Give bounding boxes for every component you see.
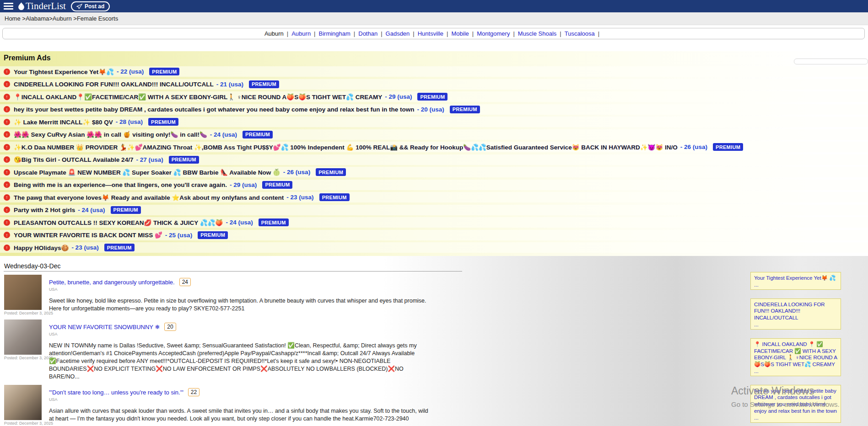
- premium-ad-row[interactable]: ↑ YOUR WINTER FAVORITE IS BACK DONT MISS…: [0, 230, 868, 240]
- premium-ad-title[interactable]: ✨ Lake Merritt INCALL✨ $80 QV: [14, 118, 113, 126]
- city-link-item: Mobile|: [451, 30, 477, 37]
- premium-ads-section: Premium Ads ↑ Your Tightest Experience Y…: [0, 51, 868, 257]
- listing-photo[interactable]: [4, 320, 42, 355]
- listings-list: Posted: December 3, 2025 Petite, brunett…: [4, 275, 431, 426]
- premium-ad-row[interactable]: ↑ ✨K.O Daa NUMBER 👑 PROVIDER 💃✨💕AMAZING …: [0, 142, 868, 152]
- sidebar-ad-title[interactable]: Your Tightest Experience Yet🦊 💦: [754, 275, 837, 282]
- sidebar-ad-title[interactable]: hey its your best wettes petite baby DRE…: [754, 388, 837, 415]
- premium-badge: PREMIUM: [243, 131, 273, 138]
- premium-ad-title[interactable]: Being with me is an experience—one that …: [14, 181, 227, 188]
- premium-ad-row[interactable]: ↑ Happy HOlidays🍪 - 23 (usa) PREMIUM: [0, 242, 868, 253]
- city-link-item: Montgomery|: [477, 30, 518, 37]
- city-link-item: Auburn|: [291, 30, 318, 37]
- premium-ad-title[interactable]: Your Tightest Experience Yet🦊💦: [14, 68, 114, 75]
- premium-ads-header: Premium Ads: [0, 54, 868, 62]
- city-separator: |: [598, 30, 599, 37]
- premium-ad-title[interactable]: PLEASANTON OUTCALLS !! SEXY KOREAN💋 THIC…: [14, 219, 223, 226]
- premium-ad-title[interactable]: CINDERELLA LOOKING FOR FUN!!! OAKLAND!!!…: [14, 81, 214, 88]
- premium-ad-row[interactable]: ↑ PLEASANTON OUTCALLS !! SEXY KOREAN💋 TH…: [0, 217, 868, 228]
- city-link[interactable]: Gadsden: [386, 30, 410, 37]
- up-arrow-icon: ↑: [4, 106, 10, 112]
- city-separator: |: [381, 30, 382, 37]
- premium-ad-age-meta: - 23 (usa): [71, 244, 98, 251]
- city-link-item: Muscle Shoals|: [518, 30, 565, 37]
- premium-ad-title[interactable]: 🌺🌺 Sexy CuRvy Asian 🌺🌺 in call 🍯 visitin…: [14, 131, 207, 138]
- sidebar-ad-box[interactable]: 📍 INCALL OAKLAND 📍 ✅ FACETIME/CAR ✅ WITH…: [750, 338, 841, 376]
- city-link[interactable]: Auburn: [291, 30, 311, 37]
- city-link[interactable]: Montgomery: [477, 30, 510, 37]
- city-link[interactable]: Tuscaloosa: [565, 30, 595, 37]
- premium-ad-title[interactable]: 📍INCALL OAKLAND📍✅FACETIME/CAR✅ WITH A SE…: [14, 93, 382, 101]
- city-link-item: Tuscaloosa|: [565, 30, 603, 37]
- sidebar-ad-boxes: Your Tightest Experience Yet🦊 💦 ... CIND…: [750, 272, 841, 426]
- premium-badge: PREMIUM: [198, 231, 228, 239]
- breadcrumb[interactable]: Home >Alabama>Auburn >Female Escorts: [5, 15, 118, 22]
- premium-ad-title[interactable]: ✨K.O Daa NUMBER 👑 PROVIDER 💃✨💕AMAZING Th…: [14, 144, 678, 151]
- city-link-item: Birmingham|: [319, 30, 359, 37]
- up-arrow-icon: ↑: [4, 181, 10, 188]
- premium-ad-age-meta: - 25 (usa): [165, 232, 192, 239]
- premium-ad-title[interactable]: Upscale Playmate 🚨 NEW NUMBER 💦 Super So…: [14, 169, 280, 176]
- city-link[interactable]: Birmingham: [319, 30, 350, 37]
- sidebar-ad-more: ...: [754, 368, 837, 374]
- city-separator: |: [513, 30, 514, 37]
- listing-body: Petite, brunette, and dangerously unforg…: [49, 275, 431, 315]
- premium-ad-title[interactable]: Happy HOlidays🍪: [14, 244, 69, 251]
- sidebar-ad-more: ...: [754, 322, 837, 327]
- sidebar-ad-box[interactable]: Your Tightest Experience Yet🦊 💦 ...: [750, 272, 841, 290]
- sidebar-ad-box[interactable]: hey its your best wettes petite baby DRE…: [750, 385, 841, 423]
- listing-photo[interactable]: [4, 275, 42, 310]
- brand-logo[interactable]: TinderList: [18, 1, 66, 11]
- premium-ad-row[interactable]: ↑ 🌺🌺 Sexy CuRvy Asian 🌺🌺 in call 🍯 visit…: [0, 129, 868, 140]
- city-links-bar: Auburn|Auburn|Birmingham|Dothan|Gadsden|…: [2, 28, 865, 39]
- listing-title-link[interactable]: Petite, brunette, and dangerously unforg…: [49, 279, 175, 286]
- city-link[interactable]: Huntsville: [418, 30, 443, 37]
- premium-badge: PREMIUM: [249, 80, 279, 88]
- premium-ad-row[interactable]: ↑ Being with me is an experience—one tha…: [0, 180, 868, 190]
- premium-ad-row[interactable]: ↑ Your Tightest Experience Yet🦊💦 - 22 (u…: [0, 66, 868, 77]
- listing-posted-date: Posted: December 3, 2025: [4, 356, 43, 360]
- listing-age-badge: 22: [188, 388, 199, 396]
- premium-badge: PREMIUM: [111, 206, 141, 214]
- premium-ad-age-meta: - 28 (usa): [116, 118, 143, 125]
- up-arrow-icon: ↑: [4, 207, 10, 213]
- up-arrow-icon: ↑: [4, 81, 10, 87]
- premium-ad-row[interactable]: ↑ The pawg that everyone loves🦊 Ready an…: [0, 192, 868, 202]
- premium-ad-age-meta: - 26 (usa): [680, 144, 707, 150]
- city-link-item: Dothan|: [358, 30, 385, 37]
- premium-ad-row[interactable]: ↑ Upscale Playmate 🚨 NEW NUMBER 💦 Super …: [0, 167, 868, 177]
- sidebar-ad-title[interactable]: CINDERELLA LOOKING FOR FUN!!! OAKLAND!!!…: [754, 301, 837, 321]
- city-link[interactable]: Muscle Shoals: [518, 30, 557, 37]
- premium-ad-row[interactable]: ↑ Party with 2 Hot girls - 24 (usa) PREM…: [0, 205, 868, 215]
- listing-photo-column: Posted: December 3, 2025: [4, 275, 43, 315]
- premium-badge: PREMIUM: [262, 181, 292, 189]
- mini-input-box[interactable]: [794, 59, 868, 64]
- premium-badge: PREMIUM: [149, 68, 179, 75]
- premium-ad-title[interactable]: hey its your best wettes petite baby DRE…: [14, 106, 414, 113]
- premium-ad-row[interactable]: ↑ 📍INCALL OAKLAND📍✅FACETIME/CAR✅ WITH A …: [0, 91, 868, 102]
- premium-ad-title[interactable]: YOUR WINTER FAVORITE IS BACK DONT MISS 💕: [14, 231, 162, 239]
- city-separator: |: [354, 30, 355, 37]
- premium-ad-row[interactable]: ↑ 😘Big Tits Girl - OUTCALL Available 24/…: [0, 154, 868, 165]
- premium-ad-row[interactable]: ↑ CINDERELLA LOOKING FOR FUN!!! OAKLAND!…: [0, 79, 868, 90]
- menu-icon[interactable]: [4, 3, 13, 10]
- listing-photo-column: Posted: December 3, 2025: [4, 385, 43, 426]
- premium-ad-title[interactable]: Party with 2 Hot girls: [14, 207, 75, 213]
- city-link[interactable]: Mobile: [451, 30, 469, 37]
- listing-title-link[interactable]: "'Don't stare too long… unless you're re…: [49, 389, 183, 396]
- post-ad-button[interactable]: Post ad: [71, 1, 110, 11]
- premium-ad-row[interactable]: ↑ hey its your best wettes petite baby D…: [0, 104, 868, 115]
- listing-title-row: YOUR NEW FAVORITE SNOWBUNNY ❄ 20: [49, 323, 431, 331]
- listing-photo[interactable]: [4, 385, 42, 420]
- city-link[interactable]: Dothan: [358, 30, 377, 37]
- premium-ad-row[interactable]: ↑ ✨ Lake Merritt INCALL✨ $80 QV - 28 (us…: [0, 117, 868, 127]
- date-divider: [4, 271, 462, 272]
- premium-ad-title[interactable]: The pawg that everyone loves🦊 Ready and …: [14, 194, 284, 201]
- listing-title-link[interactable]: YOUR NEW FAVORITE SNOWBUNNY ❄: [49, 324, 160, 330]
- sidebar-ad-title[interactable]: 📍 INCALL OAKLAND 📍 ✅ FACETIME/CAR ✅ WITH…: [754, 341, 837, 368]
- up-arrow-icon: ↑: [4, 232, 10, 238]
- premium-ad-title[interactable]: 😘Big Tits Girl - OUTCALL Available 24/7: [14, 156, 133, 163]
- brand-name: TinderList: [26, 1, 66, 11]
- listing-item: Posted: December 3, 2025 Petite, brunett…: [4, 275, 431, 315]
- sidebar-ad-box[interactable]: CINDERELLA LOOKING FOR FUN!!! OAKLAND!!!…: [750, 298, 841, 330]
